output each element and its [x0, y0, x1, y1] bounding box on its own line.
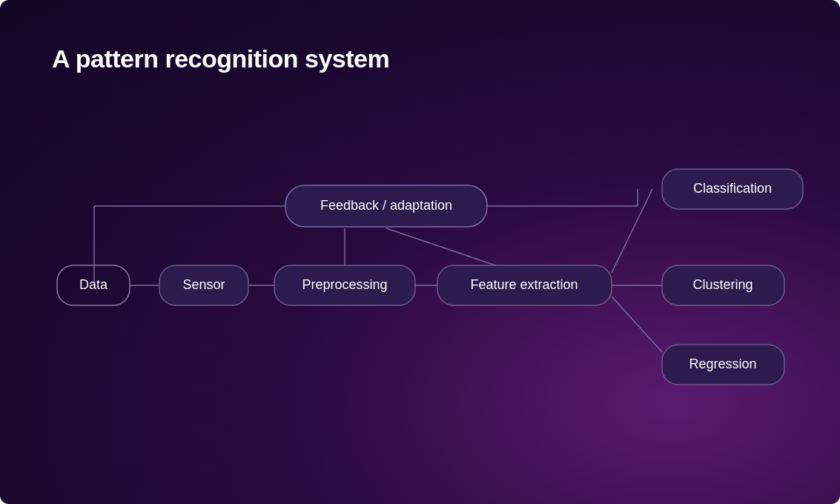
sensor-node-label: Sensor [182, 277, 225, 292]
slide: A pattern recognition system Data [0, 0, 840, 504]
svg-line-12 [612, 296, 662, 352]
feature-extraction-node-label: Feature extraction [470, 277, 578, 292]
svg-line-10 [612, 189, 652, 273]
data-node-label: Data [79, 277, 108, 292]
feedback-node-label: Feedback / adaptation [320, 198, 452, 213]
svg-line-9 [386, 228, 504, 268]
regression-node-label: Regression [689, 357, 756, 371]
classification-node-label: Classification [693, 181, 772, 196]
preprocessing-node-label: Preprocessing [302, 277, 387, 292]
clustering-node-label: Clustering [692, 277, 753, 292]
diagram: Data Sensor Preprocessing Feature extrac… [0, 0, 840, 504]
